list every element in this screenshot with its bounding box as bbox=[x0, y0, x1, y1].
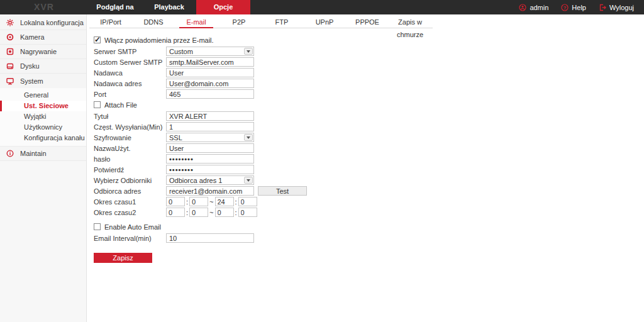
sidebar-item-users[interactable]: Użytkownicy bbox=[0, 122, 86, 133]
logout-button[interactable]: Wyloguj bbox=[599, 4, 634, 11]
topbar-user-area: admin ? Help Wyloguj bbox=[519, 0, 644, 14]
sidebar-item-local-config[interactable]: Lokalna konfiguracja bbox=[0, 16, 86, 30]
period2-label: Okres czasu2 bbox=[94, 209, 166, 216]
sender-input[interactable] bbox=[166, 68, 254, 77]
sidebar-item-recording[interactable]: Nagrywanie bbox=[0, 45, 86, 59]
title-row: Tytuł bbox=[94, 111, 644, 121]
smtp-server-select[interactable]: Custom bbox=[166, 47, 254, 56]
sidebar-item-camera[interactable]: Kamera bbox=[0, 30, 86, 45]
username-row: NazwaUżyt. bbox=[94, 143, 644, 153]
port-row: Port bbox=[94, 89, 644, 99]
attach-file-checkbox[interactable] bbox=[94, 101, 101, 108]
receiver-address-input[interactable] bbox=[166, 186, 254, 196]
enable-email-checkbox[interactable] bbox=[94, 36, 101, 43]
encryption-select[interactable]: SSL bbox=[166, 133, 254, 142]
sidebar-item-label: Maintain bbox=[20, 150, 47, 157]
time-separator: : bbox=[186, 198, 188, 206]
user-name: admin bbox=[530, 4, 548, 11]
monitor-icon bbox=[6, 77, 14, 85]
test-button[interactable]: Test bbox=[258, 186, 307, 196]
email-interval-input[interactable] bbox=[166, 233, 254, 243]
logout-icon bbox=[599, 4, 606, 11]
port-input[interactable] bbox=[166, 89, 254, 99]
email-interval-label: Email Interval(min) bbox=[94, 235, 166, 242]
period2-end-hour[interactable] bbox=[215, 208, 234, 217]
logout-label: Wyloguj bbox=[609, 4, 634, 11]
custom-smtp-input[interactable] bbox=[166, 57, 254, 67]
user-icon bbox=[519, 4, 526, 11]
auto-email-checkbox[interactable] bbox=[94, 223, 101, 230]
sender-address-row: Nadawca adres bbox=[94, 79, 644, 88]
sidebar: Lokalna konfiguracja Kamera Nagrywanie D… bbox=[0, 14, 87, 322]
username-input[interactable] bbox=[166, 143, 254, 153]
confirm-password-row: Potwierdź bbox=[94, 165, 644, 174]
tab-cloud-storage[interactable]: Zapis w chmurze bbox=[389, 16, 431, 41]
period2-start-hour[interactable] bbox=[166, 208, 185, 217]
top-bar: XVR Podgląd na żywo Playback Opcje admin… bbox=[0, 0, 644, 14]
send-frequency-row: Częst. Wysyłania(Min) bbox=[94, 122, 644, 131]
disk-icon bbox=[6, 62, 14, 70]
period2-start-minute[interactable] bbox=[189, 208, 208, 217]
info-icon bbox=[6, 150, 14, 157]
sidebar-item-channel-config[interactable]: Konfiguracja kanału bbox=[0, 133, 86, 143]
period2-end-minute[interactable] bbox=[238, 208, 257, 217]
tab-ddns[interactable]: DDNS bbox=[132, 16, 175, 28]
tab-ftp[interactable]: FTP bbox=[260, 16, 303, 28]
sidebar-item-general[interactable]: General bbox=[0, 90, 86, 101]
period2-row: Okres czasu2 : ~ : bbox=[94, 208, 644, 217]
sidebar-item-system[interactable]: System bbox=[0, 74, 86, 88]
gear-icon bbox=[6, 19, 14, 26]
sidebar-item-label: Nagrywanie bbox=[20, 48, 57, 55]
period1-end-hour[interactable] bbox=[215, 197, 234, 206]
help-button[interactable]: ? Help bbox=[561, 4, 586, 11]
time-separator: : bbox=[235, 198, 237, 206]
tab-email[interactable]: E-mail bbox=[175, 16, 218, 28]
time-separator: : bbox=[186, 209, 188, 216]
encryption-row: Szyfrowanie SSL bbox=[94, 133, 644, 142]
password-input[interactable] bbox=[166, 154, 254, 164]
menu-playback[interactable]: Playback bbox=[142, 0, 196, 14]
password-label: hasło bbox=[94, 155, 166, 163]
period1-start-minute[interactable] bbox=[189, 197, 208, 206]
tab-ip-port[interactable]: IP/Port bbox=[89, 16, 132, 28]
port-label: Port bbox=[94, 91, 166, 98]
svg-text:?: ? bbox=[564, 4, 567, 10]
period1-end-minute[interactable] bbox=[238, 197, 257, 206]
record-icon bbox=[6, 48, 14, 55]
auto-email-row: Enable Auto Email bbox=[94, 222, 644, 231]
custom-smtp-label: Custom Serwer SMTP bbox=[94, 58, 166, 66]
menu-live-view[interactable]: Podgląd na żywo bbox=[88, 0, 142, 14]
title-input[interactable] bbox=[166, 111, 254, 121]
period1-start-hour[interactable] bbox=[166, 197, 185, 206]
smtp-server-value: Custom bbox=[169, 48, 193, 55]
enable-email-label: Włącz powiadomienia przez E-mail. bbox=[104, 36, 214, 44]
enable-email-row: Włącz powiadomienia przez E-mail. bbox=[94, 35, 644, 45]
tab-pppoe[interactable]: PPPOE bbox=[346, 16, 389, 28]
attach-file-label: Attach File bbox=[104, 101, 137, 109]
app-logo: XVR bbox=[0, 0, 88, 14]
help-label: Help bbox=[572, 4, 586, 11]
sidebar-item-label: System bbox=[20, 77, 43, 85]
title-label: Tytuł bbox=[94, 113, 166, 120]
sidebar-item-maintain[interactable]: Maintain bbox=[0, 147, 86, 161]
main-content: IP/Port DDNS E-mail P2P FTP UPnP PPPOE Z… bbox=[87, 14, 644, 322]
range-separator: ~ bbox=[209, 209, 213, 216]
tab-upnp[interactable]: UPnP bbox=[303, 16, 346, 28]
receiver-select[interactable]: Odbiorca adres 1 bbox=[166, 175, 254, 185]
chevron-down-icon bbox=[244, 48, 253, 55]
confirm-password-input[interactable] bbox=[166, 165, 254, 174]
sidebar-item-network-settings[interactable]: Ust. Sieciowe bbox=[0, 101, 86, 111]
sender-address-input[interactable] bbox=[166, 79, 254, 88]
period1-label: Okres czasu1 bbox=[94, 198, 166, 206]
menu-settings[interactable]: Opcje bbox=[196, 0, 250, 14]
auto-email-label: Enable Auto Email bbox=[104, 223, 161, 231]
send-frequency-input[interactable] bbox=[166, 122, 254, 131]
save-button[interactable]: Zapisz bbox=[94, 253, 152, 263]
receiver-select-row: Wybierz Odbiorniki Odbiorca adres 1 bbox=[94, 175, 644, 185]
user-menu[interactable]: admin bbox=[519, 4, 548, 11]
sidebar-item-exceptions[interactable]: Wyjątki bbox=[0, 111, 86, 122]
sidebar-item-disk[interactable]: Dysku bbox=[0, 59, 86, 74]
sender-row: Nadawca bbox=[94, 68, 644, 77]
tab-p2p[interactable]: P2P bbox=[218, 16, 260, 28]
sender-label: Nadawca bbox=[94, 69, 166, 77]
